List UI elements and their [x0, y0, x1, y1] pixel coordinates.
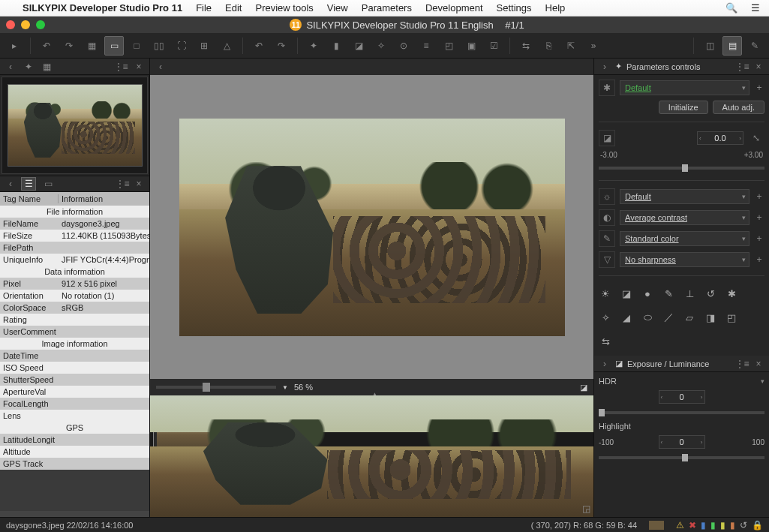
tool-eraser-icon[interactable]: ▱ [683, 311, 696, 324]
window-close-button[interactable] [6, 20, 15, 29]
filmstrip-resize-handle-icon[interactable]: ◲ [582, 503, 590, 514]
preset-add-button[interactable]: + [754, 83, 764, 93]
wb-icon[interactable]: ☼ [599, 188, 615, 205]
props-tab-folder[interactable]: ▭ [41, 177, 56, 191]
tool-wand-icon[interactable]: ✧ [599, 311, 612, 324]
zoom-fit-icon[interactable]: ◪ [580, 383, 587, 392]
props-close-icon[interactable]: × [133, 178, 145, 190]
ev-slider[interactable] [599, 167, 764, 170]
panel-right-button[interactable]: ▤ [722, 36, 742, 56]
params-prev-icon[interactable]: › [599, 61, 611, 73]
status-tag-blue-icon[interactable]: ▮ [701, 520, 706, 530]
tool-rotate-icon[interactable]: ⊥ [683, 287, 696, 300]
sharpness-select[interactable]: No sharpness [620, 252, 749, 267]
ev-value-input[interactable]: ‹0.0› [697, 131, 743, 145]
params-menu-icon[interactable]: ⋮≡ [736, 61, 748, 73]
menu-help[interactable]: Help [545, 2, 566, 14]
preview-area[interactable] [150, 75, 593, 379]
color-add-button[interactable]: + [754, 233, 764, 244]
zoom-slider[interactable] [156, 386, 276, 389]
props-tab-info[interactable]: ☰ [21, 177, 36, 191]
wb-add-button[interactable]: + [754, 191, 764, 202]
auto-wand-button[interactable]: ✦ [304, 36, 323, 56]
tool-pen-icon[interactable]: ／ [662, 311, 675, 324]
menu-settings[interactable]: Settings [497, 2, 532, 14]
rotate-left-button[interactable]: ↶ [37, 36, 56, 56]
zoom-dropdown-icon[interactable]: ▼ [282, 384, 288, 391]
status-lock-icon[interactable]: 🔒 [752, 520, 763, 530]
redo-button[interactable]: ↷ [272, 36, 291, 56]
exposure-icon[interactable]: ◪ [599, 130, 615, 146]
props-menu-icon[interactable]: ⋮≡ [116, 178, 128, 190]
tool-tri-icon[interactable]: ◢ [620, 311, 633, 324]
brush-button[interactable]: ▮ [326, 36, 346, 56]
exp-prev-icon[interactable]: › [599, 358, 611, 370]
nav-prev-icon[interactable]: ‹ [5, 61, 17, 73]
compare-button[interactable]: ▯▯ [149, 36, 169, 56]
eraser-button[interactable]: ◪ [349, 36, 368, 56]
sharpness-icon[interactable]: ▽ [599, 251, 615, 268]
clone-button[interactable]: ⊙ [394, 36, 413, 56]
tool-sync-icon[interactable]: ⇆ [599, 335, 612, 348]
exp-menu-icon[interactable]: ⋮≡ [736, 358, 748, 370]
copy-button[interactable]: ⎘ [539, 36, 558, 56]
tool-crop-icon[interactable]: ◰ [725, 311, 738, 324]
contrast-select[interactable]: Average contrast [620, 210, 749, 225]
nav-puzzle-icon[interactable]: ✦ [23, 61, 35, 73]
wb-select[interactable]: Default [620, 189, 749, 204]
status-tag-yellow-icon[interactable]: ▮ [720, 520, 725, 530]
panel-brush-button[interactable]: ✎ [745, 36, 764, 56]
check-button[interactable]: ☑ [484, 36, 503, 56]
menu-parameters[interactable]: Parameters [362, 2, 412, 14]
gear-icon[interactable]: ✱ [599, 80, 615, 96]
status-warn-icon[interactable]: ⚠ [676, 520, 684, 530]
menu-view[interactable]: View [327, 2, 348, 14]
hdr-value-input[interactable]: ‹0› [659, 390, 705, 404]
sharpness-add-button[interactable]: + [754, 254, 764, 265]
filmstrip-item[interactable]: ○ ★ ★ ★ ★ ★ daysgone3.jpeg 2022/02/16 14… [153, 398, 243, 514]
menu-preview-tools[interactable]: Preview tools [255, 2, 313, 14]
hdr-dropdown-icon[interactable]: ▾ [761, 377, 764, 385]
spotlight-icon[interactable]: 🔍 [725, 2, 737, 14]
contrast-icon[interactable]: ◐ [599, 209, 615, 226]
navigator-thumbnail[interactable] [2, 77, 148, 174]
tool-brush-icon[interactable]: ✎ [662, 287, 675, 300]
tool-gear-icon[interactable]: ✱ [725, 287, 738, 300]
layers-button[interactable]: ≡ [416, 36, 436, 56]
window-minimize-button[interactable] [21, 20, 30, 29]
window-zoom-button[interactable] [36, 20, 45, 29]
fit-button[interactable]: □ [127, 36, 146, 56]
menu-file[interactable]: File [196, 2, 212, 14]
auto-adjust-button[interactable]: Auto adj. [713, 101, 764, 114]
nav-grid-icon[interactable]: ▦ [41, 61, 53, 73]
warning-button[interactable]: △ [217, 36, 236, 56]
status-tag-green-icon[interactable]: ▮ [710, 520, 716, 530]
status-error-icon[interactable]: ✖ [689, 520, 696, 530]
undo-button[interactable]: ↶ [249, 36, 269, 56]
grid-view-button[interactable]: ▦ [82, 36, 101, 56]
highlight-slider[interactable] [599, 456, 764, 459]
export-button[interactable]: ⇱ [561, 36, 581, 56]
fullscreen-button[interactable]: ⛶ [172, 36, 191, 56]
tool-contrast-icon[interactable]: ◪ [620, 287, 633, 300]
tool-sphere-icon[interactable]: ● [641, 287, 654, 300]
control-center-icon[interactable]: ☰ [751, 2, 760, 14]
exp-close-icon[interactable]: × [752, 358, 764, 370]
select-button[interactable]: ▣ [461, 36, 481, 56]
wand-button[interactable]: ✧ [371, 36, 391, 56]
info-scrollbar[interactable] [0, 511, 149, 517]
mask-button[interactable]: ◰ [439, 36, 458, 56]
contrast-add-button[interactable]: + [754, 212, 764, 223]
highlight-value-input[interactable]: ‹0› [659, 435, 705, 449]
sync-button[interactable]: ⇆ [516, 36, 536, 56]
app-menu[interactable]: SILKYPIX Developer Studio Pro 11 [23, 2, 182, 14]
preset-select[interactable]: Default [620, 80, 749, 95]
menu-edit[interactable]: Edit [225, 2, 242, 14]
menu-development[interactable]: Development [425, 2, 483, 14]
status-tag-orange-icon[interactable]: ▮ [730, 520, 735, 530]
single-view-button[interactable]: ▭ [104, 36, 124, 56]
develop-button[interactable]: ▸ [5, 36, 24, 56]
color-icon[interactable]: ✎ [599, 230, 615, 247]
color-select[interactable]: Standard color [620, 231, 749, 246]
hdr-slider[interactable] [599, 411, 764, 414]
